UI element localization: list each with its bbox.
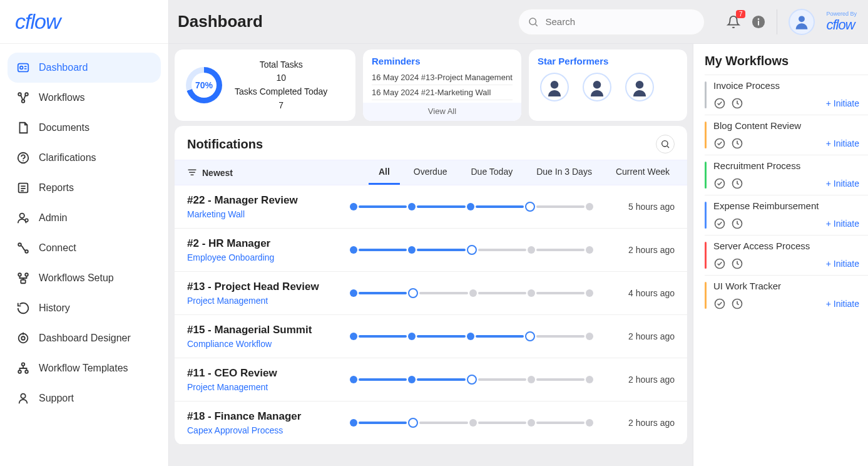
nav-label: Reports: [39, 182, 74, 194]
sidebar-item-workflows[interactable]: Workflows: [8, 83, 161, 113]
sidebar-item-dashboard[interactable]: Dashboard: [8, 53, 161, 83]
notification-row[interactable]: #18 - Finance ManagerCapex Approval Proc…: [175, 401, 687, 445]
notif-workflow-link[interactable]: Capex Approval Process: [187, 425, 337, 435]
notification-row[interactable]: #22 - Manager ReviewMarketing Wall5 hour…: [175, 185, 687, 229]
tab-due-today[interactable]: Due Today: [461, 160, 523, 185]
sidebar-item-workflow-templates[interactable]: Workflow Templates: [8, 353, 161, 383]
initiate-button[interactable]: + Initiate: [826, 138, 859, 148]
my-workflows-panel: My Workflows Invoice Process+ InitiateBl…: [693, 44, 868, 466]
notif-workflow-link[interactable]: Employee Onboarding: [187, 252, 337, 262]
notification-row[interactable]: #15 - Managerial SummitCompliance Workfl…: [175, 315, 687, 358]
sidebar: cflow DashboardWorkflowsDocumentsClarifi…: [0, 0, 169, 466]
notif-time: 5 hours ago: [606, 202, 675, 212]
reminders-title: Reminders: [363, 49, 521, 70]
nav-label: Connect: [39, 242, 76, 254]
reminders-card: Reminders 16 May 2024 #13-Project Manage…: [362, 49, 522, 122]
nav-label: Documents: [39, 122, 89, 133]
progress-seg: [476, 205, 524, 208]
sort-dropdown[interactable]: Newest: [182, 162, 238, 184]
performer-avatar[interactable]: [625, 73, 654, 101]
progress-seg: [536, 335, 585, 338]
brand-name: cflow: [15, 9, 60, 34]
initiate-button[interactable]: + Initiate: [826, 299, 859, 309]
sidebar-item-dashboard-designer[interactable]: Dashboard Designer: [8, 323, 161, 353]
initiate-button[interactable]: + Initiate: [826, 179, 859, 189]
topbar: Dashboard 7 Powe: [169, 0, 868, 44]
performer-avatar[interactable]: [540, 73, 569, 101]
check-icon[interactable]: [713, 217, 726, 230]
notif-workflow-link[interactable]: Marketing Wall: [187, 209, 337, 219]
search-icon: [528, 16, 539, 28]
check-icon[interactable]: [713, 97, 726, 110]
notif-search-button[interactable]: [656, 135, 675, 153]
nav-icon: [16, 181, 30, 195]
clock-icon[interactable]: [731, 298, 743, 310]
clock-icon[interactable]: [731, 137, 743, 150]
info-icon[interactable]: [752, 15, 765, 29]
clock-icon[interactable]: [731, 257, 743, 270]
initiate-button[interactable]: + Initiate: [826, 98, 859, 108]
progress-seg: [536, 249, 585, 251]
notif-workflow-link[interactable]: Project Management: [187, 382, 337, 392]
brand-logo: cflow: [0, 0, 168, 44]
notification-row[interactable]: #2 - HR ManagerEmployee Onboarding2 hour…: [175, 229, 687, 272]
reminder-item[interactable]: 16 May 2024 #13-Project Management: [372, 70, 513, 85]
check-icon[interactable]: [713, 257, 726, 270]
initiate-button[interactable]: + Initiate: [826, 219, 859, 229]
tab-due-in-3-days[interactable]: Due In 3 Days: [526, 160, 602, 185]
tab-all[interactable]: All: [369, 160, 400, 185]
notifications-bell[interactable]: 7: [727, 15, 740, 29]
progress-dot: [408, 203, 416, 210]
nav-icon: [16, 301, 30, 315]
notif-workflow-link[interactable]: Project Management: [187, 296, 337, 306]
total-tasks-value: 10: [235, 71, 327, 85]
nav-label: Workflows Setup: [39, 272, 114, 284]
sidebar-item-connect[interactable]: Connect: [8, 233, 161, 263]
nav-label: Dashboard: [39, 62, 88, 73]
workflow-item: Blog Content Review+ Initiate: [705, 115, 868, 155]
sidebar-item-documents[interactable]: Documents: [8, 113, 161, 143]
performer-avatar[interactable]: [583, 73, 611, 101]
clock-icon[interactable]: [731, 97, 743, 110]
sidebar-item-clarifications[interactable]: Clarifications: [8, 143, 161, 173]
nav-label: History: [39, 303, 70, 314]
nav-icon: [16, 121, 30, 135]
progress-dot: [525, 331, 535, 341]
check-icon[interactable]: [713, 298, 726, 310]
sidebar-item-reports[interactable]: Reports: [8, 173, 161, 203]
workflow-name: Expense Reimbursement: [713, 200, 859, 211]
check-icon[interactable]: [713, 137, 726, 150]
performers-list: [529, 70, 687, 110]
notification-row[interactable]: #13 - Project Head ReviewProject Managem…: [175, 272, 687, 315]
progress-seg: [359, 335, 407, 338]
svg-point-14: [25, 219, 28, 222]
tab-overdue[interactable]: Overdue: [404, 160, 457, 185]
user-avatar[interactable]: [789, 9, 815, 35]
progress-seg: [417, 335, 465, 338]
notif-workflow-link[interactable]: Compliance Workflow: [187, 339, 337, 349]
performers-title: Star Performers: [529, 49, 687, 70]
sidebar-item-workflows-setup[interactable]: Workflows Setup: [8, 263, 161, 293]
clock-icon[interactable]: [731, 217, 743, 230]
workflow-name: Recruitment Process: [713, 160, 859, 171]
total-tasks-label: Total Tasks: [235, 58, 327, 72]
notification-row[interactable]: #11 - CEO ReviewProject Management2 hour…: [175, 358, 687, 401]
clock-icon[interactable]: [731, 177, 743, 190]
progress-dot: [408, 376, 416, 383]
progress-seg: [536, 378, 585, 381]
svg-rect-19: [21, 280, 25, 284]
search-input[interactable]: [519, 9, 704, 34]
svg-point-25: [25, 370, 28, 373]
check-icon[interactable]: [713, 177, 726, 190]
progress-dot: [467, 203, 474, 210]
reminder-item[interactable]: 16 May 2024 #21-Marketing Wall: [372, 85, 513, 100]
sidebar-item-support[interactable]: Support: [8, 383, 161, 413]
tab-current-week[interactable]: Current Week: [606, 160, 680, 185]
notif-title: #2 - HR Manager: [187, 237, 337, 250]
initiate-button[interactable]: + Initiate: [826, 259, 859, 269]
view-all-button[interactable]: View All: [363, 103, 521, 121]
sidebar-item-history[interactable]: History: [8, 293, 161, 323]
sidebar-item-admin[interactable]: Admin: [8, 203, 161, 233]
svg-point-36: [662, 141, 668, 147]
svg-point-24: [18, 370, 21, 373]
